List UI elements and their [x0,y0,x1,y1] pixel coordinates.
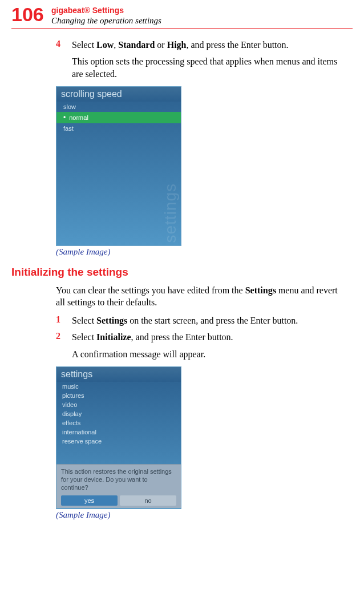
ss2-dialog-text: This action restores the original settin… [61,468,176,491]
step-text: Select Settings on the start screen, and… [72,314,347,327]
sample-image-caption: (Sample Image) [56,510,347,520]
ss-title: scrolling speed [56,87,181,102]
ss-watermark: settings [161,183,180,243]
ss-option-label: normal [69,114,88,121]
step-number: 1 [56,314,72,327]
opt-high: High [167,40,187,50]
header-title: gigabeat® Settings [51,6,161,15]
header-divider [11,28,353,29]
t: , and press the Enter button. [186,40,288,50]
page-header: 106 gigabeat® Settings Changing the oper… [11,5,353,26]
init-intro-paragraph: You can clear the settings you have edit… [56,284,347,309]
step-text: Select Low, Standard or High, and press … [72,39,347,51]
ss2-item-video: video [56,400,181,409]
ss2-button-row: yes no [61,495,176,506]
screenshot-scrolling-speed: scrolling speed slow normal fast setting… [56,86,181,246]
ss2-item-reserve-space: reserve space [56,437,181,446]
settings-bold: Settings [96,316,127,325]
header-subtitle: Changing the operation settings [51,15,161,26]
t: on the start screen, and press the Enter… [127,316,298,325]
ss-option-fast: fast [56,123,181,134]
opt-standard: Standard [118,40,155,50]
ss2-item-music: music [56,382,181,391]
ss2-title: settings [56,367,181,382]
step-number: 2 [56,331,72,344]
ss-option-normal-selected: normal [56,112,181,123]
step-1: 1 Select Settings on the start screen, a… [56,314,347,327]
screenshot-settings-initialize: settings music pictures video display ef… [56,366,181,509]
opt-low: Low [96,40,114,50]
step-2: 2 Select Initialize, and press the Enter… [56,331,347,344]
t: , and press the Enter button. [131,332,233,342]
ss2-confirm-dialog: This action restores the original settin… [56,464,181,507]
t: Select [72,40,96,50]
step-number: 4 [56,39,72,51]
section-heading-initializing: Initializing the settings [11,266,347,279]
header-text-block: gigabeat® Settings Changing the operatio… [51,5,161,26]
t: or [155,40,167,50]
ss2-item-display: display [56,409,181,418]
step-4: 4 Select Low, Standard or High, and pres… [56,39,347,51]
t: Select [72,332,96,342]
main-content: 4 Select Low, Standard or High, and pres… [11,39,353,520]
sample-image-caption: (Sample Image) [56,247,347,257]
ss2-item-effects: effects [56,418,181,427]
t: You can clear the settings you have edit… [56,285,245,295]
step-text: Select Initialize, and press the Enter b… [72,331,347,344]
ss2-item-international: international [56,427,181,437]
page-number: 106 [11,5,51,24]
ss2-yes-button: yes [61,495,118,506]
step-4-description: This option sets the processing speed th… [56,55,347,80]
step-2-description: A confirmation message will appear. [56,348,347,361]
ss2-no-button: no [120,495,176,506]
t: Select [72,316,96,325]
initialize-bold: Initialize [96,332,131,342]
ss2-item-pictures: pictures [56,391,181,400]
settings-bold: Settings [245,285,276,295]
ss-option-slow: slow [56,102,181,112]
